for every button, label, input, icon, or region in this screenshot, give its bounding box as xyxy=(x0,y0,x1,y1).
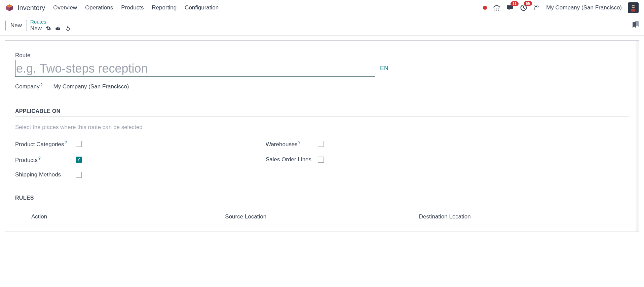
rules-table-header: Action Source Location Destination Locat… xyxy=(15,213,629,220)
product-categories-label: Product Categories xyxy=(15,141,64,148)
product-categories-checkbox[interactable] xyxy=(76,141,82,147)
applicable-section-title: APPLICABLE ON xyxy=(15,108,629,114)
user-avatar[interactable] xyxy=(628,2,639,13)
language-badge[interactable]: EN xyxy=(380,65,388,72)
products-label: Products xyxy=(15,157,38,163)
nav-operations[interactable]: Operations xyxy=(85,4,113,11)
messages-icon[interactable]: 11 xyxy=(506,4,514,11)
breadcrumb-current: New xyxy=(30,25,42,32)
nav-right: 11 55 My Company (San Francisco) xyxy=(483,2,639,13)
app-title[interactable]: Inventory xyxy=(17,4,45,12)
svg-rect-12 xyxy=(631,9,636,11)
rules-col-action: Action xyxy=(31,213,225,220)
breadcrumb-parent[interactable]: Routes xyxy=(30,19,71,25)
shipping-methods-label: Shipping Methods xyxy=(15,171,61,178)
company-value[interactable]: My Company (San Francisco) xyxy=(53,83,129,90)
nav-overview[interactable]: Overview xyxy=(53,4,77,11)
company-selector[interactable]: My Company (San Francisco) xyxy=(546,4,622,11)
svg-point-4 xyxy=(496,8,497,9)
new-button[interactable]: New xyxy=(5,20,27,31)
svg-rect-14 xyxy=(632,6,633,7)
route-label: Route xyxy=(15,52,30,59)
products-checkbox[interactable] xyxy=(76,157,82,163)
sales-order-lines-checkbox[interactable] xyxy=(318,157,324,163)
warehouses-checkbox[interactable] xyxy=(318,141,324,147)
company-label: Company xyxy=(15,83,40,90)
rules-section-title: RULES xyxy=(15,195,629,201)
company-help-icon[interactable]: ? xyxy=(40,83,43,87)
sales-order-lines-label: Sales Order Lines xyxy=(266,156,311,163)
top-navbar: Inventory Overview Operations Products R… xyxy=(0,0,644,15)
nav-menu: Overview Operations Products Reporting C… xyxy=(53,4,219,11)
cloud-upload-icon[interactable] xyxy=(55,26,61,32)
debug-icon[interactable] xyxy=(533,4,540,11)
nav-reporting[interactable]: Reporting xyxy=(152,4,177,11)
nav-configuration[interactable]: Configuration xyxy=(185,4,219,11)
applicable-grid: Product Categories? Warehouses? Products… xyxy=(15,140,516,178)
applicable-hint: Select the places where this route can b… xyxy=(15,124,629,131)
svg-point-5 xyxy=(498,8,499,9)
app-logo-icon[interactable] xyxy=(5,4,13,12)
warehouses-label: Warehouses xyxy=(266,141,298,148)
form-wrapper: Route EN Company? My Company (San Franci… xyxy=(0,36,644,237)
activities-badge: 55 xyxy=(524,1,532,6)
svg-rect-15 xyxy=(634,6,635,7)
svg-point-6 xyxy=(494,10,495,10)
activities-icon[interactable]: 55 xyxy=(520,4,527,11)
rules-col-dest: Destination Location xyxy=(419,213,613,220)
form-sheet: Route EN Company? My Company (San Franci… xyxy=(5,40,639,232)
rules-col-source: Source Location xyxy=(225,213,419,220)
warehouses-help-icon[interactable]: ? xyxy=(298,140,301,145)
shipping-methods-checkbox[interactable] xyxy=(76,172,82,178)
svg-point-3 xyxy=(494,8,495,9)
phone-icon[interactable] xyxy=(493,4,500,11)
gear-icon[interactable] xyxy=(46,26,51,32)
messages-badge: 11 xyxy=(510,1,519,6)
svg-point-8 xyxy=(498,10,499,10)
product-categories-help-icon[interactable]: ? xyxy=(65,140,67,145)
bookmark-icon[interactable] xyxy=(633,24,639,30)
route-name-input[interactable] xyxy=(15,60,375,77)
divider xyxy=(15,203,629,203)
status-dot-icon[interactable] xyxy=(483,6,487,10)
discard-icon[interactable] xyxy=(65,26,71,32)
action-bar: New Routes New xyxy=(0,15,644,36)
breadcrumb: Routes New xyxy=(30,19,71,32)
divider xyxy=(15,116,629,117)
nav-products[interactable]: Products xyxy=(121,4,144,11)
svg-point-7 xyxy=(496,10,497,10)
products-help-icon[interactable]: ? xyxy=(38,156,41,161)
